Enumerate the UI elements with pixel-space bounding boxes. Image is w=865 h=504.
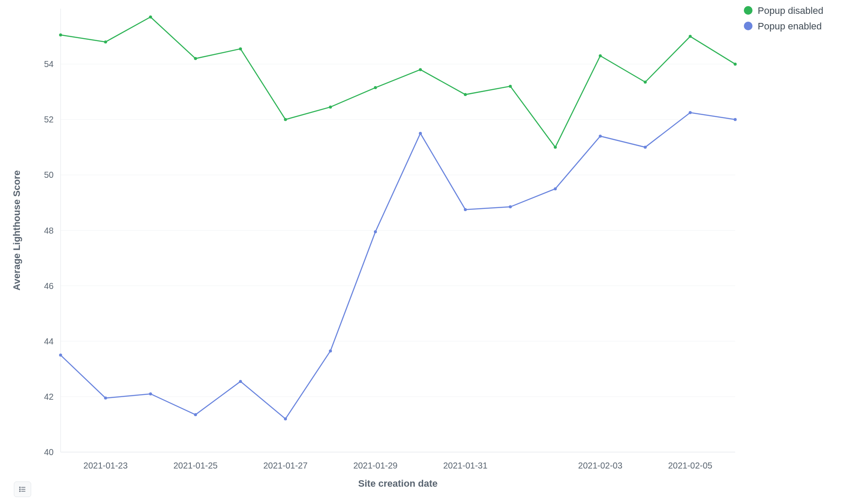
x-tick-label: 2021-01-25 [174, 461, 218, 470]
series-point[interactable] [734, 63, 737, 66]
x-tick-label: 2021-02-05 [668, 461, 712, 470]
x-tick-label: 2021-01-27 [264, 461, 308, 470]
series-point[interactable] [554, 146, 557, 149]
list-icon [19, 485, 26, 493]
series-point[interactable] [419, 132, 422, 135]
x-tick-label: 2021-01-31 [443, 461, 487, 470]
series-point[interactable] [194, 57, 197, 60]
series-point[interactable] [239, 380, 242, 383]
series-point[interactable] [734, 118, 737, 121]
series-point[interactable] [284, 417, 287, 421]
series-point[interactable] [509, 85, 512, 88]
svg-point-2 [19, 489, 20, 490]
y-tick-label: 52 [44, 115, 54, 124]
series-point[interactable] [554, 187, 557, 190]
series-point[interactable] [194, 413, 197, 416]
series-point[interactable] [374, 230, 377, 233]
series-point[interactable] [59, 353, 62, 356]
x-tick-label: 2021-01-23 [84, 461, 128, 470]
x-tick-label: 2021-01-29 [353, 461, 397, 470]
line-chart: 40424446485052542021-01-232021-01-252021… [0, 0, 865, 504]
y-tick-label: 40 [44, 447, 54, 457]
series-point[interactable] [644, 80, 647, 83]
series-point[interactable] [689, 111, 692, 114]
series-point[interactable] [464, 208, 467, 211]
legend-label[interactable]: Popup enabled [758, 21, 822, 32]
y-tick-label: 46 [44, 281, 54, 291]
y-tick-label: 50 [44, 170, 54, 180]
y-tick-label: 42 [44, 392, 54, 401]
legend-swatch[interactable] [744, 22, 752, 30]
series-point[interactable] [509, 205, 512, 209]
legend-swatch[interactable] [744, 6, 752, 15]
svg-point-4 [19, 491, 20, 492]
series-point[interactable] [149, 16, 152, 19]
series-point[interactable] [59, 33, 62, 36]
series-point[interactable] [419, 68, 422, 71]
legend-toggle-button[interactable] [14, 482, 31, 497]
series-point[interactable] [239, 47, 242, 50]
series-point[interactable] [284, 118, 287, 121]
y-tick-label: 48 [44, 226, 54, 235]
x-tick-label: 2021-02-03 [578, 461, 622, 470]
y-axis-label: Average Lighthouse Score [11, 170, 22, 291]
series-point[interactable] [689, 35, 692, 38]
series-point[interactable] [329, 350, 332, 353]
x-axis-label: Site creation date [358, 478, 437, 489]
series-point[interactable] [149, 392, 152, 395]
series-point[interactable] [329, 106, 332, 109]
series-point[interactable] [644, 146, 647, 149]
legend-label[interactable]: Popup disabled [758, 5, 823, 16]
series-point[interactable] [599, 54, 602, 57]
series-point[interactable] [374, 86, 377, 89]
svg-point-0 [19, 487, 20, 488]
series-point[interactable] [464, 93, 467, 96]
series-point[interactable] [104, 397, 107, 400]
series-point[interactable] [599, 135, 602, 138]
series-point[interactable] [104, 40, 107, 43]
y-tick-label: 54 [44, 59, 54, 69]
y-tick-label: 44 [44, 337, 54, 346]
series-line-0 [61, 17, 735, 147]
series-line-1 [61, 112, 735, 419]
